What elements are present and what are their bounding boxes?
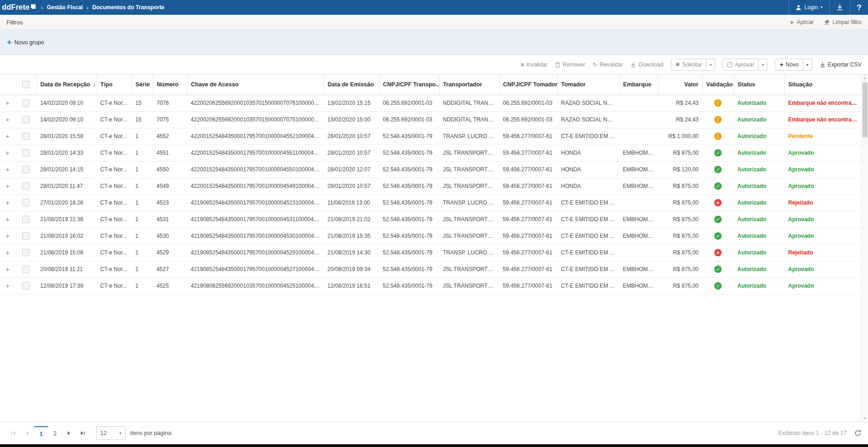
expand-row-button[interactable]: +	[6, 265, 10, 273]
column-header-tipo[interactable]: Tipo	[96, 75, 132, 95]
row-checkbox[interactable]	[22, 282, 30, 290]
expand-row-button[interactable]: +	[6, 165, 10, 173]
cell-tomador: RAZAO SOCIAL NDD...	[557, 95, 619, 111]
column-label: Número	[157, 81, 179, 88]
scroll-down-icon[interactable]: ▼	[862, 415, 868, 422]
breadcrumb-gestao-fiscal[interactable]: Gestão Fiscal	[47, 4, 83, 11]
expand-row-button[interactable]: +	[6, 248, 10, 256]
select-all-checkbox[interactable]	[22, 81, 30, 88]
expand-row-button[interactable]: +	[6, 115, 10, 123]
request-dropdown-button[interactable]: ▾	[706, 59, 715, 71]
validation-warning-icon: !	[714, 99, 722, 107]
app-logo[interactable]: ddFrete	[1, 3, 37, 12]
previous-page-button[interactable]	[20, 426, 34, 440]
column-header-status[interactable]: Status	[734, 75, 784, 95]
app-root: ddFrete › Gestão Fiscal › Documentos do …	[0, 0, 868, 447]
column-header-transportador[interactable]: Transportador	[439, 75, 499, 95]
expand-row-button[interactable]: +	[6, 282, 10, 290]
column-header-emissao[interactable]: Data de Emissão	[324, 75, 379, 95]
clear-filter-button[interactable]: Limpar filtro	[824, 19, 862, 25]
column-header-situacao[interactable]: Situação	[784, 75, 861, 95]
row-checkbox[interactable]	[22, 99, 30, 107]
help-button[interactable]: ?	[850, 0, 868, 15]
expand-row-button[interactable]: +	[6, 215, 10, 223]
row-checkbox[interactable]	[22, 232, 30, 240]
row-checkbox[interactable]	[22, 249, 30, 256]
expand-row-button[interactable]: +	[6, 199, 10, 206]
approve-button[interactable]: ✓ Aprovar	[723, 59, 759, 71]
new-group-button[interactable]: + Novo grupo	[7, 38, 44, 46]
table-row[interactable]: +28/01/2020 11:47CT-e Nor...145494220015…	[0, 178, 861, 194]
table-row[interactable]: +14/02/2020 09:10CT-e Nor...157076422002…	[0, 95, 861, 111]
column-header-valor[interactable]: Valor	[658, 75, 702, 95]
row-checkbox[interactable]	[22, 166, 30, 173]
next-page-button[interactable]	[62, 426, 76, 440]
table-row[interactable]: +21/08/2019 21:36CT-e Nor...145314219085…	[0, 211, 861, 228]
first-page-button[interactable]	[6, 426, 20, 440]
table-row[interactable]: +28/01/2020 14:15CT-e Nor...145504220015…	[0, 161, 861, 178]
page-size-select[interactable]: 12 ▾	[96, 426, 126, 440]
cell-chave: 4219085254843500017957001000004529100004…	[187, 244, 324, 261]
row-checkbox[interactable]	[22, 266, 30, 273]
column-header-cnpj_tomador[interactable]: CNPJ/CPF Tomador	[499, 75, 557, 95]
cell-tomador: HONDA	[557, 145, 619, 161]
column-header-chave[interactable]: Chave de Acesso	[187, 75, 324, 95]
refresh-grid-button[interactable]	[854, 429, 862, 437]
row-checkbox[interactable]	[22, 182, 30, 190]
cell-situacao: Rejeitado	[784, 244, 861, 261]
topbar-download-button[interactable]	[829, 0, 850, 15]
cell-transportador: NDDIGITAL TRANSP...	[439, 95, 499, 111]
request-button[interactable]: ✱ Solicitar	[671, 59, 707, 71]
new-dropdown-button[interactable]: ▾	[803, 59, 812, 71]
cell-expand: +	[0, 261, 15, 278]
filters-bar: Filtros ▶ Aplicar Limpar filtro	[0, 15, 868, 30]
table-row[interactable]: +28/01/2020 14:33CT-e Nor...145514220015…	[0, 145, 861, 161]
column-header-serie[interactable]: Série	[132, 75, 153, 95]
column-header-tomador[interactable]: Tomador	[557, 75, 619, 95]
expand-row-button[interactable]: +	[6, 132, 10, 140]
plus-icon: +	[779, 61, 783, 68]
column-header-cnpj_transportador[interactable]: CNPJ/CPF Transpo...	[379, 75, 439, 95]
invalidate-button[interactable]: × Invalidar	[520, 61, 548, 68]
row-checkbox[interactable]	[22, 133, 30, 140]
page-1-button[interactable]: 1	[34, 426, 48, 440]
column-header-recepcao[interactable]: Data de Recepção ↓	[36, 75, 96, 95]
cell-tomador: CT-E EMITIDO EM A...	[557, 228, 619, 244]
page-2-button[interactable]: 2	[48, 426, 62, 440]
login-menu[interactable]: Login ▾	[789, 0, 829, 15]
chevron-down-icon: ▾	[821, 6, 823, 9]
row-checkbox[interactable]	[22, 199, 30, 206]
expand-row-button[interactable]: +	[6, 149, 10, 157]
table-row[interactable]: +21/08/2019 15:06CT-e Nor...145294219085…	[0, 244, 861, 261]
table-row[interactable]: +27/01/2020 16:26CT-e Nor...145234219085…	[0, 194, 861, 211]
approve-dropdown-button[interactable]: ▾	[759, 59, 767, 71]
column-header-validacao[interactable]: Validação	[702, 75, 734, 95]
cell-tipo: CT-e Nor...	[96, 244, 132, 261]
table-row[interactable]: +12/08/2019 17:39CT-e Nor...145254219080…	[0, 278, 861, 294]
table-row[interactable]: +28/01/2020 15:58CT-e Nor...145524220015…	[0, 128, 861, 145]
breadcrumb-documentos-transporte[interactable]: Documentos do Transporte	[92, 4, 164, 11]
download-button[interactable]: Download	[630, 61, 663, 68]
column-header-numero[interactable]: Número	[153, 75, 187, 95]
expand-row-button[interactable]: +	[6, 99, 10, 107]
scrollbar-thumb[interactable]	[862, 82, 868, 138]
column-header-embarque[interactable]: Embarque	[619, 75, 658, 95]
row-checkbox[interactable]	[22, 216, 30, 223]
revalidate-button[interactable]: ↻ Revalidar	[592, 61, 623, 68]
remove-button[interactable]: Remover	[555, 61, 585, 68]
expand-row-button[interactable]: +	[6, 182, 10, 190]
row-checkbox[interactable]	[22, 149, 30, 157]
scroll-up-icon[interactable]: ▲	[862, 75, 868, 81]
export-csv-button[interactable]: Exportar CSV	[820, 61, 862, 68]
expand-row-button[interactable]: +	[6, 232, 10, 240]
cell-serie: 1	[132, 244, 153, 261]
vertical-scrollbar[interactable]: ▲ ▼	[861, 75, 868, 422]
last-page-button[interactable]	[76, 426, 90, 440]
apply-filter-button[interactable]: ▶ Aplicar	[791, 19, 814, 25]
table-row[interactable]: +21/08/2019 16:02CT-e Nor...145304219085…	[0, 228, 861, 244]
table-row[interactable]: +20/08/2019 11:21CT-e Nor...145274219085…	[0, 261, 861, 278]
table-row[interactable]: +14/02/2020 09:10CT-e Nor...157075422002…	[0, 111, 861, 128]
new-button[interactable]: + Novo	[775, 59, 803, 71]
row-checkbox[interactable]	[22, 116, 30, 123]
pager-right: Exibindo itens 1 - 12 de 17	[778, 429, 862, 437]
